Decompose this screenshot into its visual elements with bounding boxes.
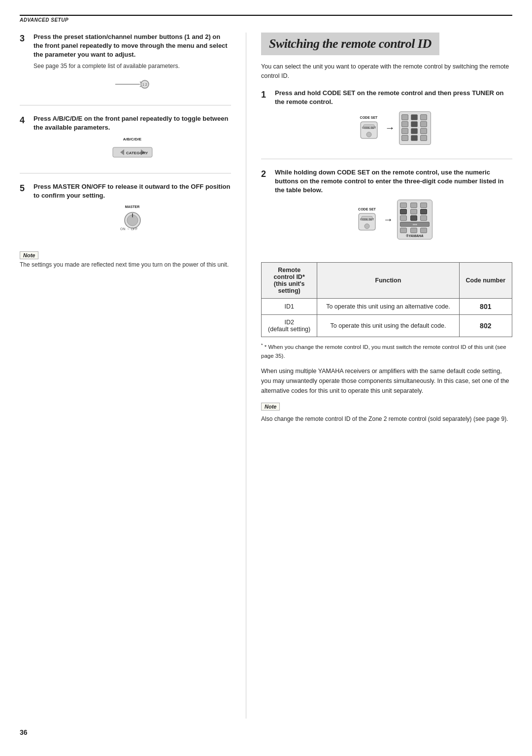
right-step-1-image: CODE SET CODE SET → (275, 111, 512, 145)
col-function: Function (317, 263, 459, 299)
step-4-content: Press A/B/C/D/E on the front panel repea… (33, 114, 231, 164)
row-id2-function: To operate this unit using the default c… (317, 315, 459, 337)
rf-btn-6 (420, 121, 427, 127)
rb-3 (420, 203, 427, 208)
remote-display: ■■■ (400, 222, 430, 227)
svg-point-18 (365, 224, 369, 229)
rf-btn-2 (411, 114, 418, 120)
right-note-text: Also change the remote control ID of the… (261, 414, 512, 423)
arrow-2: → (383, 214, 393, 225)
rb-6 (420, 209, 427, 214)
codeset-svg-1: CODE SET (357, 120, 381, 140)
remote-grid-top (400, 203, 430, 221)
col-remote-id: Remotecontrol ID*(this unit'ssetting) (262, 263, 317, 299)
footnote-1: * * When you change the remote control I… (261, 342, 512, 360)
remote-grid-bottom (400, 228, 430, 233)
right-note: Note Also change the remote control ID o… (261, 403, 512, 423)
rb-8 (410, 215, 417, 221)
footnote-marker: * (261, 343, 263, 347)
two-col-layout: 3 Press the preset station/channel numbe… (20, 33, 512, 719)
right-column: Switching the remote control ID You can … (246, 33, 512, 719)
header-bar: ADVANCED SETUP (20, 15, 512, 28)
codeset-label-1: CODE SET (360, 116, 378, 119)
rf-btn-8 (411, 128, 418, 134)
row-id1-function: To operate this unit using an alternativ… (317, 299, 459, 315)
svg-text:CODE SET: CODE SET (362, 126, 376, 129)
rf-btn-3 (420, 114, 427, 120)
row-id2-id: ID2(default setting) (262, 315, 317, 337)
row-id1-id: ID1 (262, 299, 317, 315)
svg-point-14 (366, 132, 371, 137)
right-step-2-content: While holding down CODE SET on the remot… (275, 168, 512, 245)
rb-9 (420, 215, 427, 221)
section-title: Switching the remote control ID (261, 33, 439, 55)
master-svg: ON → OFF (115, 209, 150, 232)
right-step-2-image: CODE SET CODE SET → (275, 200, 512, 240)
arrow-1: → (385, 122, 395, 134)
step-3: 3 Press the preset station/channel numbe… (20, 33, 231, 105)
rf-btn-4 (401, 121, 408, 127)
rb-1 (400, 203, 407, 208)
rb-5 (410, 209, 417, 214)
codeset-remote-1: CODE SET CODE SET (357, 116, 381, 140)
step-3-image: 1 2 (33, 74, 231, 94)
remote-id-table: Remotecontrol ID*(this unit'ssetting) Fu… (261, 262, 512, 337)
step-3-diagram: 1 2 (113, 74, 152, 94)
footnote-text: * When you change the remote control ID,… (261, 344, 506, 358)
rb-10 (400, 228, 407, 233)
svg-text:1 2: 1 2 (142, 83, 147, 86)
step-5-number: 5 (20, 182, 33, 234)
step-4-title: Press A/B/C/D/E on the front panel repea… (33, 114, 231, 132)
step-3-title: Press the preset station/channel number … (33, 33, 231, 60)
step-5-content: Press MASTER ON/OFF to release it outwar… (33, 182, 231, 234)
col-code-number: Code number (459, 263, 512, 299)
right-step-2-number: 2 (261, 168, 275, 245)
rb-4 (400, 209, 407, 214)
rb-11 (410, 228, 417, 233)
table-header-row: Remotecontrol ID*(this unit'ssetting) Fu… (262, 263, 512, 299)
step-4: 4 Press A/B/C/D/E on the front panel rep… (20, 114, 231, 173)
codeset-remote-2: CODE SET CODE SET (355, 207, 379, 232)
master-label: MASTER (125, 205, 140, 208)
step-3-content: Press the preset station/channel number … (33, 33, 231, 96)
table-header: Remotecontrol ID*(this unit'ssetting) Fu… (262, 263, 512, 299)
step-5-image: MASTER ON → OFF (33, 205, 231, 232)
section-intro: You can select the unit you want to oper… (261, 62, 512, 81)
step-5: 5 Press MASTER ON/OFF to release it outw… (20, 182, 231, 242)
step-3-number: 3 (20, 33, 33, 96)
step-5-title: Press MASTER ON/OFF to release it outwar… (33, 182, 231, 200)
codeset-label-2: CODE SET (358, 207, 376, 211)
remote-middle-row: ■■■ (400, 222, 430, 227)
left-note-text: The settings you made are reflected next… (20, 261, 231, 268)
step-3-desc: See page 35 for a complete list of avail… (33, 63, 231, 69)
step-5-diagram: MASTER ON → OFF (115, 205, 150, 232)
rb-7 (400, 215, 407, 221)
tuner-remote-1 (399, 111, 431, 145)
rf-btn-10 (401, 135, 408, 141)
right-step-2-title: While holding down CODE SET on the remot… (275, 168, 512, 195)
row-id1-code: 801 (459, 299, 512, 315)
table-row-id1: ID1 To operate this unit using an altern… (262, 299, 512, 315)
rb-2 (410, 203, 417, 208)
right-step-2: 2 While holding down CODE SET on the rem… (261, 168, 512, 254)
rf-btn-12 (420, 135, 427, 141)
rf-btn-11 (411, 135, 418, 141)
left-column: 3 Press the preset station/channel numbe… (20, 33, 246, 719)
right-step-1-number: 1 (261, 89, 275, 150)
rf-btn-9 (420, 128, 427, 134)
svg-text:CATEGORY: CATEGORY (126, 151, 148, 155)
right-note-label: Note (261, 403, 280, 411)
table-body: ID1 To operate this unit using an altern… (262, 299, 512, 337)
page-number: 36 (20, 728, 512, 736)
yamaha-logo: ®YAMAHA (400, 234, 430, 238)
rf-btn-5 (411, 121, 418, 127)
row-id2-code: 802 (459, 315, 512, 337)
svg-text:CODE SET: CODE SET (360, 218, 374, 221)
tuner-remote-grid-1 (401, 114, 429, 141)
header-text: ADVANCED SETUP (20, 17, 68, 23)
rf-btn-1 (401, 114, 408, 120)
right-step-1-title: Press and hold CODE SET on the remote co… (275, 89, 512, 106)
step-4-diagram: A/B/C/D/E CATEGORY (110, 137, 155, 162)
right-step-1: 1 Press and hold CODE SET on the remote … (261, 89, 512, 159)
table-row-id2: ID2(default setting) To operate this uni… (262, 315, 512, 337)
